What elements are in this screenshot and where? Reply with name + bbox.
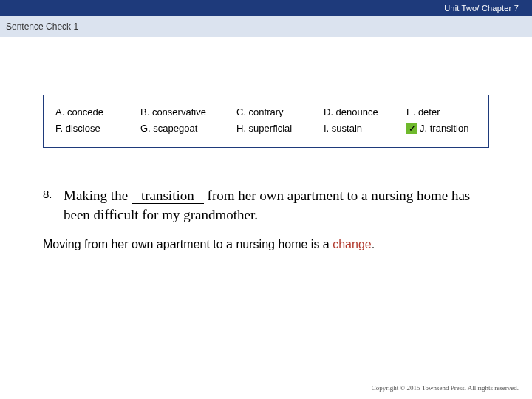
word-j-label: J. transition — [420, 120, 468, 137]
section-label: Sentence Check 1 — [6, 21, 78, 32]
word-b: B. conservative — [140, 104, 236, 120]
question-area: 8. Making the transition from her own ap… — [43, 186, 489, 251]
word-g: G. scapegoat — [140, 120, 236, 137]
checkmark-icon: ✓ — [406, 123, 417, 134]
word-h: H. superficial — [236, 120, 324, 137]
word-c: C. contrary — [236, 104, 324, 120]
unit-chapter-label: Unit Two/ Chapter 7 — [444, 4, 519, 13]
explanation-before: Moving from her own apartment to a nursi… — [43, 238, 332, 250]
word-f: F. disclose — [55, 120, 140, 137]
word-bank-row-2: F. disclose G. scapegoat H. superficial … — [55, 120, 477, 137]
answer-value: transition — [141, 188, 194, 203]
explanation-keyword: change — [332, 238, 372, 250]
header-bar: Unit Two/ Chapter 7 — [0, 0, 532, 16]
question-text: Making the transition from her own apart… — [64, 186, 489, 225]
word-bank: A. concede B. conservative C. contrary D… — [43, 95, 489, 148]
word-a: A. concede — [55, 104, 140, 120]
question-prefix: Making the — [64, 188, 132, 203]
answer-blank: transition — [132, 188, 204, 204]
section-bar: Sentence Check 1 — [0, 16, 532, 37]
footer-copyright: Copyright © 2015 Townsend Press. All rig… — [372, 384, 519, 392]
word-bank-row-1: A. concede B. conservative C. contrary D… — [55, 104, 477, 120]
word-d: D. denounce — [324, 104, 406, 120]
word-j: ✓ J. transition — [406, 120, 477, 137]
explanation-after: . — [372, 238, 375, 250]
question-number: 8. — [43, 186, 64, 200]
question-row: 8. Making the transition from her own ap… — [43, 186, 489, 225]
word-e: E. deter — [406, 104, 477, 120]
word-i: I. sustain — [324, 120, 406, 137]
explanation-text: Moving from her own apartment to a nursi… — [43, 238, 489, 251]
